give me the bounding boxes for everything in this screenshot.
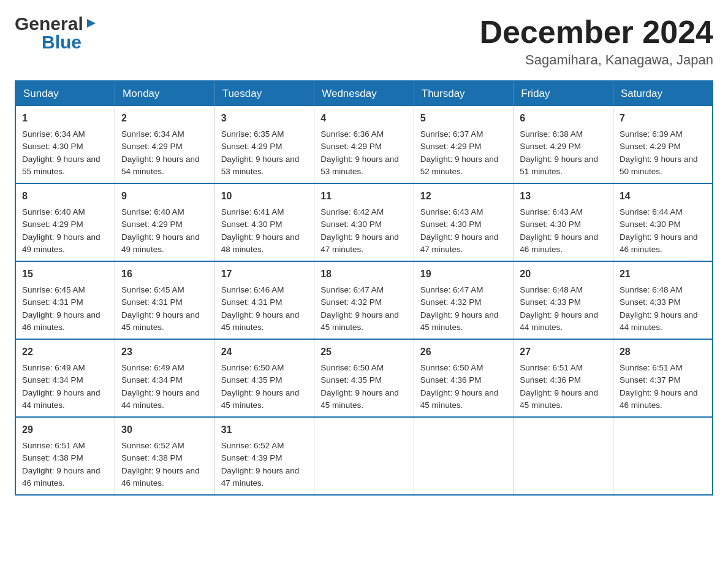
daylight-info: Daylight: 9 hours and 44 minutes.	[121, 387, 208, 412]
daylight-info: Daylight: 9 hours and 45 minutes.	[520, 387, 607, 412]
sunset-info: Sunset: 4:31 PM	[22, 296, 108, 308]
daylight-info: Daylight: 9 hours and 44 minutes.	[22, 387, 108, 412]
sunrise-info: Sunrise: 6:40 AM	[22, 206, 108, 218]
sunrise-info: Sunrise: 6:42 AM	[320, 206, 408, 218]
sunrise-info: Sunrise: 6:52 AM	[221, 440, 308, 452]
day-number: 1	[22, 111, 108, 126]
day-number: 5	[420, 111, 507, 126]
logo-general-text: General	[15, 15, 83, 33]
sunset-info: Sunset: 4:35 PM	[320, 374, 408, 386]
calendar-header: Sunday Monday Tuesday Wednesday Thursday…	[15, 81, 713, 106]
calendar-body: 1Sunrise: 6:34 AMSunset: 4:30 PMDaylight…	[15, 106, 713, 495]
sunrise-info: Sunrise: 6:50 AM	[320, 362, 408, 374]
sunrise-info: Sunrise: 6:37 AM	[420, 128, 507, 140]
calendar-cell: 18Sunrise: 6:47 AMSunset: 4:32 PMDayligh…	[314, 261, 414, 339]
calendar-week-row-4: 22Sunrise: 6:49 AMSunset: 4:34 PMDayligh…	[15, 339, 713, 417]
col-friday: Friday	[514, 81, 613, 106]
day-number: 24	[221, 345, 308, 359]
day-number: 27	[520, 345, 607, 359]
sunrise-info: Sunrise: 6:50 AM	[221, 362, 308, 374]
day-number: 17	[221, 267, 308, 282]
sunset-info: Sunset: 4:29 PM	[320, 140, 408, 153]
daylight-info: Daylight: 9 hours and 46 minutes.	[121, 465, 208, 490]
logo: General Blue	[15, 15, 99, 52]
day-number: 13	[520, 189, 607, 204]
day-number: 25	[320, 345, 408, 359]
sunrise-info: Sunrise: 6:51 AM	[22, 440, 108, 452]
calendar-cell: 17Sunrise: 6:46 AMSunset: 4:31 PMDayligh…	[214, 261, 314, 339]
location-text: Sagamihara, Kanagawa, Japan	[479, 52, 713, 68]
calendar-cell: 9Sunrise: 6:40 AMSunset: 4:29 PMDaylight…	[115, 183, 215, 261]
calendar-cell: 29Sunrise: 6:51 AMSunset: 4:38 PMDayligh…	[15, 417, 115, 495]
sunset-info: Sunset: 4:29 PM	[620, 140, 706, 153]
daylight-info: Daylight: 9 hours and 45 minutes.	[320, 309, 408, 334]
sunrise-info: Sunrise: 6:52 AM	[121, 440, 208, 452]
sunrise-info: Sunrise: 6:51 AM	[620, 362, 706, 374]
day-number: 22	[22, 345, 108, 359]
calendar-cell: 4Sunrise: 6:36 AMSunset: 4:29 PMDaylight…	[314, 106, 414, 183]
sunrise-info: Sunrise: 6:43 AM	[420, 206, 507, 218]
daylight-info: Daylight: 9 hours and 47 minutes.	[221, 465, 308, 490]
calendar-cell: 22Sunrise: 6:49 AMSunset: 4:34 PMDayligh…	[15, 339, 115, 417]
sunset-info: Sunset: 4:30 PM	[420, 218, 507, 231]
header: General Blue December 2024 Sagamihara, K…	[15, 15, 713, 68]
daylight-info: Daylight: 9 hours and 53 minutes.	[320, 153, 408, 178]
sunset-info: Sunset: 4:29 PM	[520, 140, 607, 153]
calendar-week-row-1: 1Sunrise: 6:34 AMSunset: 4:30 PMDaylight…	[15, 106, 713, 183]
daylight-info: Daylight: 9 hours and 46 minutes.	[620, 387, 706, 412]
daylight-info: Daylight: 9 hours and 53 minutes.	[221, 153, 308, 178]
daylight-info: Daylight: 9 hours and 46 minutes.	[620, 231, 706, 256]
calendar-cell: 27Sunrise: 6:51 AMSunset: 4:36 PMDayligh…	[514, 339, 613, 417]
calendar-cell: 5Sunrise: 6:37 AMSunset: 4:29 PMDaylight…	[414, 106, 514, 183]
sunrise-info: Sunrise: 6:35 AM	[221, 128, 308, 140]
calendar-cell: 2Sunrise: 6:34 AMSunset: 4:29 PMDaylight…	[115, 106, 215, 183]
calendar-cell	[514, 417, 613, 495]
sunset-info: Sunset: 4:36 PM	[420, 374, 507, 386]
sunrise-info: Sunrise: 6:45 AM	[121, 284, 208, 296]
sunrise-info: Sunrise: 6:49 AM	[121, 362, 208, 374]
sunset-info: Sunset: 4:32 PM	[320, 296, 408, 308]
calendar-cell: 16Sunrise: 6:45 AMSunset: 4:31 PMDayligh…	[115, 261, 215, 339]
col-monday: Monday	[115, 81, 215, 106]
sunset-info: Sunset: 4:33 PM	[520, 296, 607, 308]
col-wednesday: Wednesday	[314, 81, 414, 106]
sunset-info: Sunset: 4:29 PM	[420, 140, 507, 153]
sunrise-info: Sunrise: 6:48 AM	[620, 284, 706, 296]
daylight-info: Daylight: 9 hours and 54 minutes.	[121, 153, 208, 178]
day-number: 26	[420, 345, 507, 359]
col-thursday: Thursday	[414, 81, 514, 106]
sunset-info: Sunset: 4:30 PM	[320, 218, 408, 231]
calendar-cell	[314, 417, 414, 495]
daylight-info: Daylight: 9 hours and 50 minutes.	[620, 153, 706, 178]
col-tuesday: Tuesday	[214, 81, 314, 106]
day-number: 18	[320, 267, 408, 282]
sunrise-info: Sunrise: 6:48 AM	[520, 284, 607, 296]
sunset-info: Sunset: 4:38 PM	[22, 452, 108, 464]
daylight-info: Daylight: 9 hours and 51 minutes.	[520, 153, 607, 178]
calendar-cell: 6Sunrise: 6:38 AMSunset: 4:29 PMDaylight…	[514, 106, 613, 183]
day-number: 8	[22, 189, 108, 204]
calendar-table: Sunday Monday Tuesday Wednesday Thursday…	[15, 80, 713, 496]
col-sunday: Sunday	[15, 81, 115, 106]
calendar-cell: 12Sunrise: 6:43 AMSunset: 4:30 PMDayligh…	[414, 183, 514, 261]
daylight-info: Daylight: 9 hours and 46 minutes.	[22, 465, 108, 490]
day-number: 29	[22, 423, 108, 437]
day-number: 20	[520, 267, 607, 282]
calendar-cell: 15Sunrise: 6:45 AMSunset: 4:31 PMDayligh…	[15, 261, 115, 339]
calendar-week-row-3: 15Sunrise: 6:45 AMSunset: 4:31 PMDayligh…	[15, 261, 713, 339]
sunset-info: Sunset: 4:38 PM	[121, 452, 208, 464]
daylight-info: Daylight: 9 hours and 44 minutes.	[620, 309, 706, 334]
calendar-cell: 25Sunrise: 6:50 AMSunset: 4:35 PMDayligh…	[314, 339, 414, 417]
sunset-info: Sunset: 4:34 PM	[121, 374, 208, 386]
calendar-cell: 19Sunrise: 6:47 AMSunset: 4:32 PMDayligh…	[414, 261, 514, 339]
svg-marker-0	[87, 19, 96, 28]
sunset-info: Sunset: 4:30 PM	[221, 218, 308, 231]
day-number: 19	[420, 267, 507, 282]
month-title: December 2024	[479, 15, 713, 50]
calendar-cell: 11Sunrise: 6:42 AMSunset: 4:30 PMDayligh…	[314, 183, 414, 261]
sunset-info: Sunset: 4:30 PM	[620, 218, 706, 231]
calendar-cell: 20Sunrise: 6:48 AMSunset: 4:33 PMDayligh…	[514, 261, 613, 339]
day-number: 30	[121, 423, 208, 437]
daylight-info: Daylight: 9 hours and 46 minutes.	[22, 309, 108, 334]
sunrise-info: Sunrise: 6:34 AM	[22, 128, 108, 140]
